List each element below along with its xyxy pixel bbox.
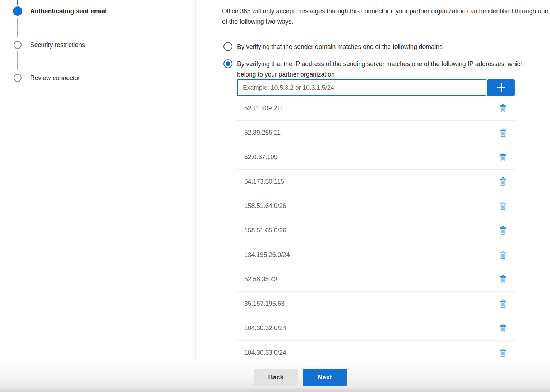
ip-address-value: 134.195.26.0/24 [244, 251, 497, 259]
ip-list-row: 52.0.67.109 [235, 145, 515, 170]
radio-selected-icon[interactable] [223, 59, 232, 68]
ip-entry-row [237, 79, 515, 96]
ip-address-value: 104.30.33.0/24 [244, 349, 497, 356]
stepper-connector [17, 51, 18, 70]
trash-icon [499, 128, 507, 137]
delete-ip-button[interactable] [497, 323, 509, 334]
stepper-step-authenticating-sent-email: Authenticating sent email [0, 6, 107, 16]
ip-address-value: 158.51.65.0/26 [244, 227, 497, 234]
ip-address-value: 52.11.209.211 [244, 105, 497, 112]
trash-icon [499, 177, 507, 186]
ip-list-row: 52.89.255.11 [235, 121, 515, 145]
delete-ip-button[interactable] [497, 347, 509, 359]
ip-list-row: 35.157.195.63 [235, 292, 515, 316]
next-button[interactable]: Next [303, 369, 347, 386]
ip-list-row: 104.30.33.0/24 [235, 341, 515, 360]
ip-list-row: 52.11.209.211 [235, 96, 515, 121]
stepper-line-previous [17, 0, 18, 5]
ip-address-value: 54.173.50.115 [244, 178, 497, 185]
delete-ip-button[interactable] [497, 225, 509, 236]
intro-text: Office 365 will only accept messages thr… [222, 6, 550, 27]
trash-icon [499, 324, 507, 333]
delete-ip-button[interactable] [497, 274, 509, 285]
ip-list-row: 158.51.64.0/26 [235, 194, 515, 218]
trash-icon [499, 250, 507, 259]
radio-option-label: By verifying that the sender domain matc… [237, 42, 443, 52]
step-upcoming-icon [14, 74, 22, 82]
ip-address-value: 35.157.195.63 [244, 300, 497, 308]
trash-icon [499, 202, 507, 211]
step-active-icon [13, 6, 22, 16]
trash-icon [499, 104, 507, 113]
step-label: Authenticating sent email [30, 6, 107, 16]
delete-ip-button[interactable] [497, 200, 509, 212]
ip-address-value: 52.0.67.109 [244, 153, 497, 161]
radio-option-ip-address[interactable]: By verifying that the IP address of the … [223, 59, 536, 79]
trash-icon [499, 226, 507, 235]
ip-list-row: 54.173.50.115 [235, 170, 515, 194]
trash-icon [499, 275, 507, 284]
add-ip-button[interactable] [487, 79, 515, 96]
delete-ip-button[interactable] [497, 249, 509, 261]
delete-ip-button[interactable] [497, 176, 509, 188]
delete-ip-button[interactable] [497, 152, 509, 163]
ip-address-value: 52.58.35.43 [244, 276, 497, 283]
ip-address-value: 52.89.255.11 [244, 129, 497, 137]
delete-ip-button[interactable] [497, 127, 509, 139]
radio-option-label: By verifying that the IP address of the … [237, 59, 536, 79]
wizard-content-panel: Office 365 will only accept messages thr… [196, 0, 550, 360]
ip-address-value: 158.51.64.0/26 [244, 202, 497, 210]
radio-unselected-icon[interactable] [223, 42, 232, 51]
step-label: Review connector [30, 73, 80, 83]
wizard-stepper-panel: Authenticating sent email Security restr… [0, 0, 196, 360]
ip-list-row: 134.195.26.0/24 [235, 243, 515, 267]
delete-ip-button[interactable] [497, 298, 509, 310]
trash-icon [499, 348, 507, 357]
plus-icon [495, 82, 507, 93]
radio-option-sender-domain[interactable]: By verifying that the sender domain matc… [223, 42, 443, 52]
step-label: Security restrictions [30, 40, 85, 50]
step-upcoming-icon [14, 41, 22, 49]
ip-address-input[interactable] [237, 79, 486, 96]
ip-list-row: 158.51.65.0/26 [235, 218, 515, 243]
ip-list-row: 104.30.32.0/24 [235, 316, 515, 341]
stepper-connector [17, 18, 18, 37]
ip-address-value: 104.30.32.0/24 [244, 324, 497, 332]
trash-icon [499, 153, 507, 162]
ip-address-list: 52.11.209.211 52. [235, 96, 515, 360]
trash-icon [499, 299, 507, 308]
stepper-step-security-restrictions: Security restrictions [0, 40, 85, 50]
ip-list-row: 52.58.35.43 [235, 267, 515, 292]
back-button[interactable]: Back [254, 369, 298, 386]
stepper-step-review-connector: Review connector [0, 73, 80, 83]
delete-ip-button[interactable] [497, 103, 509, 114]
wizard-footer: Back Next [0, 360, 550, 392]
